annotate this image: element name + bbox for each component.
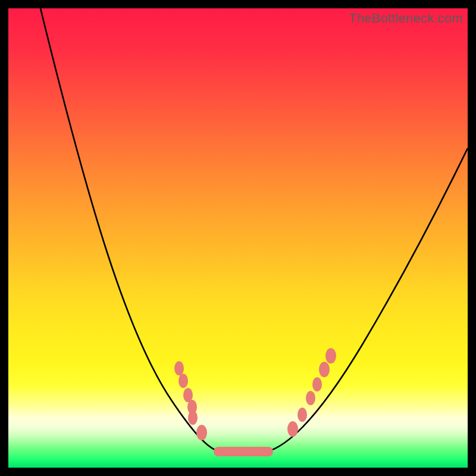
- right-markers: [287, 348, 336, 437]
- left-markers: [174, 361, 207, 440]
- right-marker-5: [325, 348, 336, 364]
- bottom-marker-bar: [214, 447, 273, 456]
- right-marker-1: [298, 408, 307, 422]
- right-marker-0: [287, 421, 298, 437]
- left-marker-4: [188, 411, 198, 425]
- chart-frame: TheBottleneck.com: [8, 8, 468, 468]
- right-marker-3: [312, 377, 322, 392]
- left-marker-5: [196, 425, 207, 440]
- curve-left: [40, 8, 220, 452]
- watermark-text: TheBottleneck.com: [349, 11, 463, 26]
- right-marker-2: [306, 391, 315, 405]
- right-marker-4: [319, 362, 330, 377]
- bottleneck-curve: [8, 8, 468, 468]
- left-marker-1: [178, 374, 188, 388]
- curve-right: [267, 148, 468, 452]
- left-marker-0: [174, 361, 184, 375]
